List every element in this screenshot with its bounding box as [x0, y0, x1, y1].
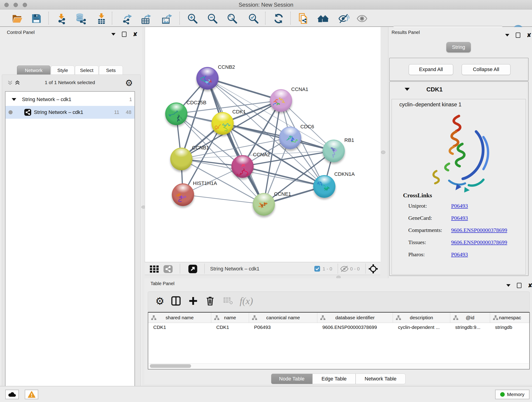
zoom-fit-icon[interactable]	[226, 13, 239, 25]
table-row[interactable]: CDK1CDK1P064939606.ENSP00000378699cyclin…	[148, 323, 529, 332]
collapse-all-networks-icon[interactable]	[7, 79, 13, 87]
crosslink-label: GeneCard:	[408, 215, 432, 221]
collapse-all-button[interactable]: Collapse All	[462, 64, 510, 75]
tab-network-table[interactable]: Network Table	[355, 374, 405, 384]
node-cdc6[interactable]	[279, 127, 301, 149]
show-columns-icon[interactable]	[171, 295, 181, 306]
network-canvas[interactable]: CCNB2CCNA1CDC25BCDK1CDC6RB1CCNB1CCNA2CDK…	[145, 27, 380, 262]
clone-network-icon[interactable]	[297, 13, 310, 25]
warnings-button[interactable]	[25, 390, 38, 399]
node-ccna1[interactable]	[270, 89, 292, 112]
selected-counts: 1 - 0	[323, 266, 332, 272]
memory-label: Memory	[507, 392, 525, 397]
node-cdkn1a[interactable]	[313, 175, 336, 198]
zoom-out-icon[interactable]	[206, 13, 219, 25]
collection-count: 1	[129, 96, 132, 102]
control-panel-maximize-icon[interactable]	[122, 32, 127, 37]
show-all-icon[interactable]	[355, 13, 368, 25]
column-header-shared-name[interactable]: shared name	[148, 313, 211, 323]
delete-column-icon[interactable]	[206, 295, 215, 306]
expand-all-networks-icon[interactable]	[14, 79, 21, 87]
network-collection-row[interactable]: String Network – cdk11	[6, 93, 134, 106]
node-hist1h1a[interactable]	[172, 183, 194, 206]
export-image-icon[interactable]	[160, 13, 173, 25]
collection-expand-icon[interactable]	[12, 98, 16, 101]
tab-node-table[interactable]: Node Table	[271, 374, 312, 384]
zoom-selected-icon[interactable]	[247, 13, 260, 25]
results-entry-box: CDK1 cyclin–dependent kinase 1	[389, 81, 529, 276]
column-header-canonical-name[interactable]: canonical name	[249, 313, 317, 323]
memory-button[interactable]: Memory	[495, 390, 530, 399]
birds-eye-toggle-icon[interactable]	[368, 264, 378, 274]
column-header-database-identifier[interactable]: database identifier	[317, 313, 393, 323]
crosslink-value-link[interactable]: P06493	[451, 251, 468, 258]
column-header--id[interactable]: @id	[450, 313, 490, 323]
hide-selected-icon[interactable]	[337, 13, 350, 25]
selected-checkbox-icon[interactable]	[314, 266, 320, 273]
column-header-namespac[interactable]: namespac	[490, 313, 530, 323]
network-label: String Network – cdk1	[34, 109, 83, 115]
results-panel-close-icon[interactable]: ✘	[527, 33, 531, 38]
first-neighbors-icon[interactable]	[317, 13, 330, 25]
node-label-cdc25b: CDC25B	[186, 100, 206, 106]
control-panel-close-icon[interactable]: ✘	[133, 32, 138, 37]
function-builder-icon: f(x)	[240, 295, 253, 306]
toolbar-separator	[265, 12, 266, 25]
crosslink-value-link[interactable]: 9606.ENSP00000378699	[451, 239, 507, 245]
crosslink-value-link[interactable]: P06493	[451, 215, 468, 221]
node-ccne1[interactable]	[253, 193, 275, 216]
table-panel-maximize-icon[interactable]	[517, 283, 521, 288]
node-rb1[interactable]	[323, 140, 345, 162]
table-horizontal-scrollbar[interactable]	[149, 363, 529, 369]
refresh-layout-icon[interactable]	[272, 13, 285, 25]
cloud-status-button[interactable]	[5, 390, 19, 399]
network-row[interactable]: String Network – cdk11148	[6, 106, 134, 119]
import-table-file-icon[interactable]	[95, 13, 108, 25]
crosslink-value-link[interactable]: 9606.ENSP00000378699	[451, 227, 507, 233]
node-cdk1[interactable]	[211, 112, 234, 135]
import-network-database-icon[interactable]	[74, 13, 87, 25]
network-selection-status: 1 of 1 Network selected	[29, 80, 111, 85]
expand-all-button[interactable]: Expand All	[409, 64, 453, 75]
import-network-file-icon[interactable]	[55, 13, 68, 25]
grid-view-icon[interactable]	[149, 265, 159, 274]
entry-name: CDK1	[426, 86, 443, 93]
tab-network[interactable]: Network	[17, 65, 51, 75]
open-file-icon[interactable]	[11, 13, 23, 25]
tab-style[interactable]: Style	[51, 65, 75, 75]
right-splitter-handle[interactable]	[381, 151, 385, 154]
entry-collapse-icon[interactable]	[405, 88, 410, 91]
node-label-cdk1: CDK1	[232, 109, 246, 115]
network-share-icon[interactable]	[163, 265, 173, 274]
export-table-icon[interactable]	[140, 13, 152, 25]
tab-string[interactable]: String	[446, 42, 471, 52]
tab-select[interactable]: Select	[75, 65, 99, 75]
crosslink-value-link[interactable]: P06493	[451, 203, 468, 209]
node-ccna2[interactable]	[231, 155, 254, 178]
column-header-description[interactable]: description	[393, 313, 450, 323]
table-panel-float-icon[interactable]	[506, 284, 510, 287]
control-panel-float-icon[interactable]	[111, 33, 115, 36]
table-header: shared namenamecanonical namedatabase id…	[148, 313, 529, 323]
column-header-name[interactable]: name	[211, 313, 249, 323]
table-panel-close-icon[interactable]: ✘	[528, 283, 532, 288]
zoom-in-icon[interactable]	[186, 13, 199, 25]
table-cell: 9606.ENSP00000378699	[322, 325, 391, 330]
table-cell: CDK1	[216, 325, 247, 330]
scrollbar-thumb[interactable]	[150, 364, 191, 368]
node-ccnb1[interactable]	[170, 148, 192, 170]
save-session-icon[interactable]	[30, 13, 43, 25]
results-panel-maximize-icon[interactable]	[516, 32, 520, 38]
results-panel-float-icon[interactable]	[505, 34, 509, 36]
node-cdc25b[interactable]	[165, 102, 187, 125]
network-view-title: String Network – cdk1	[210, 266, 259, 272]
node-ccnb2[interactable]	[196, 67, 219, 89]
tab-edge-table[interactable]: Edge Table	[312, 374, 355, 384]
export-network-icon[interactable]	[121, 13, 134, 25]
open-in-new-window-icon[interactable]	[188, 265, 197, 274]
table-settings-gear-icon[interactable]: ⚙	[155, 295, 164, 306]
tab-sets[interactable]: Sets	[99, 65, 123, 75]
network-options-gear-icon[interactable]: ⚙	[125, 78, 133, 88]
add-column-icon[interactable]	[188, 295, 198, 306]
table-cell: CDK1	[153, 325, 209, 330]
